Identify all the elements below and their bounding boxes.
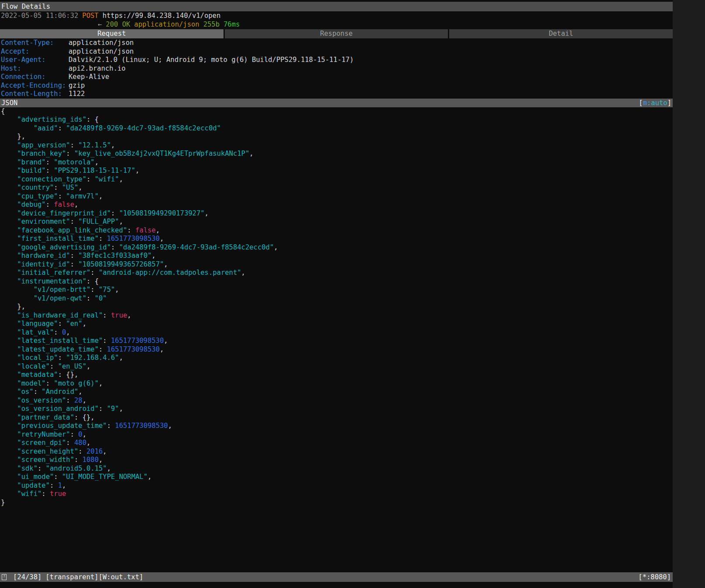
json-line: "connection_type": "wifi", (1, 175, 673, 184)
request-json-body: { "advertising_ids": { "aaid": "da2489f8… (0, 107, 673, 507)
request-header-row: Accept:application/json (1, 48, 673, 56)
json-line: "facebook_app_link_checked": false, (1, 226, 673, 235)
json-line: "language": "en", (1, 320, 673, 328)
json-line: "metadata": {}, (1, 371, 673, 379)
json-line: "build": "PPS29.118-15-11-17", (1, 167, 673, 175)
request-header-row: Accept-Encoding:gzip (1, 82, 673, 90)
empty-area (0, 507, 673, 572)
request-header-row: Host:api2.branch.io (1, 65, 673, 73)
json-line: "update": 1, (1, 482, 673, 490)
json-line: "hardware_id": "38fec1c3f033aaf0", (1, 252, 673, 260)
body-format-bar: JSON [m:auto] (0, 99, 673, 107)
flow-position-indicator: [24/38] (13, 573, 41, 581)
mode-close-bracket: ] (667, 99, 671, 107)
json-line: "previous_update_time": 1651773098530, (1, 422, 673, 431)
request-header-row: User-Agent:Dalvik/2.1.0 (Linux; U; Andro… (1, 56, 673, 65)
json-line: "model": "moto g(6)", (1, 379, 673, 388)
json-line: "partner_data": {}, (1, 414, 673, 422)
json-line: "advertising_ids": { (1, 116, 673, 124)
json-line: }, (1, 303, 673, 311)
header-name: Connection: (1, 73, 69, 82)
response-time: 76ms (224, 21, 240, 28)
json-line: "debug": false, (1, 201, 673, 209)
tab-response[interactable]: Response (225, 29, 448, 38)
response-size: 255b (203, 21, 220, 28)
http-method: POST (82, 12, 98, 20)
json-line: "device_fingerprint_id": "10508199492901… (1, 209, 673, 218)
json-line: { (1, 107, 673, 116)
header-value: 1122 (69, 90, 85, 98)
json-line: "brand": "motorola", (1, 158, 673, 167)
view-mode-indicator: [m:auto] (639, 99, 671, 107)
flow-details-title-bar: Flow Details (0, 2, 673, 11)
json-line: "local_ip": "192.168.4.6", (1, 354, 673, 362)
tab-detail[interactable]: Detail (449, 29, 673, 38)
header-value: Dalvik/2.1.0 (Linux; U; Android 9; moto … (69, 56, 354, 64)
response-summary-line: ←200 OKapplication/json255b76ms (0, 20, 673, 29)
json-line: "instrumentation": { (1, 277, 673, 286)
request-header-row: Connection:Keep-Alive (1, 73, 673, 82)
json-line: "country": "US", (1, 184, 673, 192)
json-line: "v1/open-qwt": "0" (1, 294, 673, 303)
json-line: "os_version": 28, (1, 397, 673, 405)
header-name: Content-Type: (1, 39, 69, 48)
json-line: "wifi": true (1, 490, 673, 499)
json-line: "app_version": "12.1.5", (1, 141, 673, 150)
header-name: Accept-Encoding: (1, 82, 69, 90)
status-bar: ?[24/38][transparent][W:out.txt] [*:8080… (0, 572, 673, 582)
response-status: 200 OK (106, 21, 130, 28)
bottom-gap (0, 582, 673, 588)
json-line: } (1, 499, 673, 507)
json-line: "sdk": "android5.0.15", (1, 465, 673, 473)
response-arrow-icon: ← (98, 21, 102, 28)
json-line: "identity_id": "1050819949365726857", (1, 260, 673, 269)
json-line: "ui_mode": "UI_MODE_TYPE_NORMAL", (1, 473, 673, 482)
request-summary-line: 2022-05-05 11:06:32POSThttps://99.84.238… (0, 11, 673, 20)
json-line: }, (1, 133, 673, 141)
json-line: "branch_key": "key_live_ob5Bz4j2vxQT1Kg4… (1, 150, 673, 158)
status-bar-left: ?[24/38][transparent][W:out.txt] (2, 572, 143, 582)
page-title: Flow Details (1, 3, 50, 10)
options-indicator: [transparent][W:out.txt] (45, 573, 143, 581)
json-line: "cpu_type": "armv7l", (1, 192, 673, 201)
mitmproxy-flow-details-window: Flow Details 2022-05-05 11:06:32POSThttp… (0, 0, 673, 588)
request-header-row: Content-Length:1122 (1, 90, 673, 99)
json-line: "lat_val": 0, (1, 328, 673, 337)
header-name: Host: (1, 65, 69, 73)
request-headers-list: Content-Type:application/jsonAccept:appl… (0, 38, 673, 99)
json-line: "locale": "en_US", (1, 362, 673, 371)
json-line: "initial_referrer": "android-app://com.t… (1, 269, 673, 277)
header-value: gzip (69, 82, 85, 89)
header-name: Content-Length: (1, 90, 69, 99)
json-line: "aaid": "da2489f8-9269-4dc7-93ad-f8584c2… (1, 124, 673, 133)
mode-value: :auto (647, 99, 667, 107)
json-line: "first_install_time": 1651773098530, (1, 235, 673, 243)
json-line: "screen_height": 2016, (1, 448, 673, 456)
flow-timestamp: 2022-05-05 11:06:32 (1, 12, 78, 20)
json-line: "google_advertising_id": "da2489f8-9269-… (1, 243, 673, 252)
mode-open-bracket: [ (639, 99, 643, 107)
json-line: "screen_dpi": 480, (1, 439, 673, 448)
header-name: User-Agent: (1, 56, 69, 65)
header-name: Accept: (1, 48, 69, 56)
tab-request[interactable]: Request (0, 29, 224, 38)
request-url: https://99.84.238.140/v1/open (103, 12, 221, 20)
proxy-listen-address: [*:8080] (638, 572, 671, 582)
header-value: application/json (69, 48, 134, 55)
header-value: Keep-Alive (69, 73, 109, 81)
json-line: "screen_width": 1080, (1, 456, 673, 465)
json-line: "latest_install_time": 1651773098530, (1, 337, 673, 345)
response-content-type: application/json (134, 21, 199, 28)
body-format-label: JSON (1, 99, 17, 107)
missing-glyph-icon: ? (2, 574, 7, 580)
header-value: api2.branch.io (69, 65, 126, 72)
json-line: "is_hardware_id_real": true, (1, 311, 673, 320)
request-header-row: Content-Type:application/json (1, 39, 673, 48)
json-line: "latest_update_time": 1651773098530, (1, 345, 673, 354)
json-line: "environment": "FULL_APP", (1, 218, 673, 226)
mode-key: m (643, 99, 647, 107)
header-value: application/json (69, 39, 134, 47)
json-line: "os": "Android", (1, 388, 673, 397)
json-line: "os_version_android": "9", (1, 405, 673, 414)
json-line: "v1/open-brtt": "75", (1, 286, 673, 294)
